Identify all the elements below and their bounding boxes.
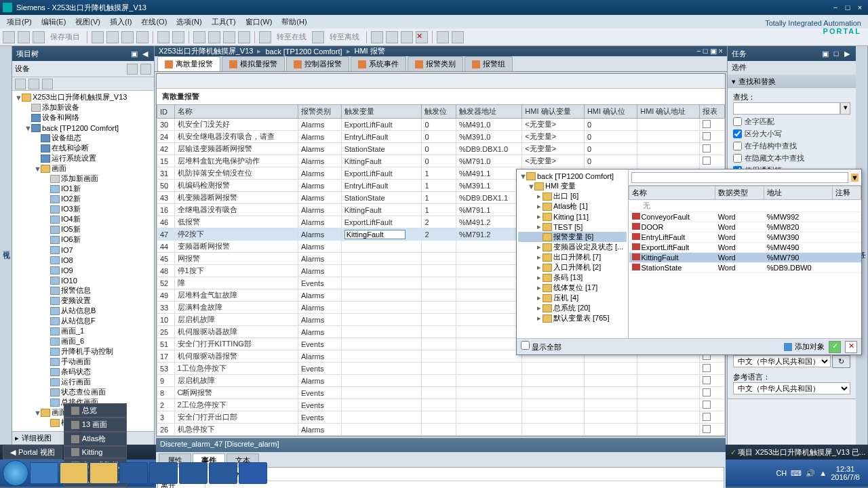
cut-icon[interactable] <box>92 31 104 43</box>
editor-tab[interactable]: 离散量报警 <box>157 56 220 71</box>
menu-item[interactable]: 编辑(E) <box>37 16 71 28</box>
panel-collapse-icon[interactable]: ◀ <box>140 49 150 58</box>
popup-tree-item[interactable]: ▸变频器设定及状态 [... <box>518 242 627 252</box>
taskbar-app-tia[interactable] <box>119 462 148 484</box>
add-object-button[interactable]: 添加对象 <box>784 342 825 352</box>
new-project-icon[interactable] <box>3 31 15 43</box>
opt-substruct[interactable]: 在子结构中查找 <box>733 141 850 151</box>
tool2-icon[interactable] <box>386 31 398 43</box>
tree-item[interactable]: IO7 <box>12 245 154 255</box>
tasks-pin-icon[interactable]: ▣ <box>821 49 830 58</box>
statusbar-item[interactable]: Atlas枪 <box>64 432 127 446</box>
split2-icon[interactable] <box>452 31 464 43</box>
goonline-icon[interactable] <box>259 31 271 43</box>
popup-tag-list[interactable]: 名称数据类型地址注释无ConveyorFaultWord%MW992DOORWo… <box>629 186 861 338</box>
popup-tree-item[interactable]: ▸Atlas枪 [1] <box>518 201 627 211</box>
menu-item[interactable]: 插入(I) <box>106 16 136 28</box>
download-icon[interactable] <box>193 31 205 43</box>
tree-item[interactable]: 设备和网络 <box>12 113 154 123</box>
tree-item[interactable]: 在线和诊断 <box>12 143 154 153</box>
tree-item[interactable]: IO1新 <box>12 184 154 194</box>
popup-tree-item[interactable]: ▸压机 [4] <box>518 293 627 303</box>
save-icon[interactable] <box>33 31 45 43</box>
menu-item[interactable]: 项目(P) <box>3 16 36 28</box>
tree-item[interactable]: 从站信息F <box>12 316 154 326</box>
tree-item[interactable]: 运行系统设置 <box>12 153 154 163</box>
editor-tab[interactable]: 系统事件 <box>351 56 406 71</box>
tree-item[interactable]: ▼画面 <box>12 163 154 174</box>
menu-item[interactable]: 帮助(H) <box>277 16 311 28</box>
editor-tab[interactable]: 模拟量报警 <box>222 56 285 71</box>
open-project-icon[interactable] <box>18 31 30 43</box>
tool-icon[interactable] <box>371 31 383 43</box>
statusbar-item[interactable]: 13 画面 <box>64 418 127 432</box>
stop-icon[interactable]: ✕ <box>416 31 428 43</box>
lang-refresh-icon[interactable]: ↻ <box>832 355 850 368</box>
tree-item[interactable]: 条码状态 <box>12 367 154 377</box>
copy-icon[interactable] <box>106 31 119 43</box>
tray-flag-icon[interactable]: ▲ <box>819 469 827 477</box>
split-icon[interactable] <box>437 31 449 43</box>
tasks-tool-icon[interactable]: □ <box>831 49 841 58</box>
compile-icon[interactable] <box>223 31 235 43</box>
popup-tree-item[interactable]: ▸TEST [5] <box>518 222 627 232</box>
panel-pin-icon[interactable]: ▣ <box>130 49 139 58</box>
maximize-button[interactable]: □ <box>842 3 853 12</box>
tree-tool2-icon[interactable] <box>140 64 151 75</box>
popup-tree[interactable]: ▼back [TP1200 Comfort]▼HMI 变量▸出口 [6]▸Atl… <box>517 169 629 338</box>
taskbar-app-5[interactable] <box>149 462 178 484</box>
clock-date[interactable]: 2016/7/8 <box>831 473 860 481</box>
taskbar-app-folder[interactable] <box>90 462 118 484</box>
tree-item[interactable]: 添加新设备 <box>12 102 154 113</box>
taskbar-app-word[interactable] <box>239 462 267 484</box>
show-all-checkbox[interactable]: 显示全部 <box>521 341 561 352</box>
editor-tab[interactable]: 报警类别 <box>408 56 463 71</box>
popup-tree-item[interactable]: ▸出口 [6] <box>518 191 627 201</box>
editor-min-icon[interactable]: − <box>696 47 701 55</box>
taskbar-app-6[interactable] <box>179 462 208 484</box>
opt-case[interactable]: 区分大小写 <box>733 129 850 139</box>
editor-tab[interactable]: 报警组 <box>465 56 513 71</box>
tree-item[interactable]: 状态查位画面 <box>12 387 154 397</box>
statusbar-item[interactable]: Kitting <box>64 446 127 458</box>
tree-item[interactable]: IO4新 <box>12 214 154 224</box>
tool3-icon[interactable] <box>401 31 413 43</box>
find-dropdown-icon[interactable]: ▾ <box>840 102 850 115</box>
tray-kb-icon[interactable]: ⌨ <box>791 469 802 478</box>
tree-item[interactable]: ▼X253出口升降机触摸屏_V13 <box>12 92 154 102</box>
taskbar-app-ie[interactable] <box>30 462 58 484</box>
tree-item[interactable]: 画面_1 <box>12 326 154 336</box>
menu-item[interactable]: 窗口(W) <box>241 16 277 28</box>
tree-item[interactable]: 设备组态 <box>12 133 154 143</box>
popup-ok-button[interactable]: ✓ <box>829 341 841 353</box>
tree-item[interactable]: IO8 <box>12 255 154 265</box>
menu-item[interactable]: 选项(N) <box>172 16 205 28</box>
popup-tree-item[interactable]: 报警变量 [6] <box>518 232 627 242</box>
editor-max-icon[interactable]: □ <box>703 47 708 55</box>
tree-item[interactable]: IO3新 <box>12 204 154 214</box>
tree-item[interactable]: 升降机手动控制 <box>12 346 154 357</box>
tree-item[interactable]: 手动画面 <box>12 357 154 367</box>
upload-icon[interactable] <box>208 31 220 43</box>
popup-search-input[interactable] <box>631 172 848 183</box>
project-tree[interactable]: ▼X253出口升降机触摸屏_V13添加新设备设备和网络▼back [TP1200… <box>12 91 154 431</box>
trigger-tag-input[interactable] <box>344 230 406 239</box>
tree-item[interactable]: 画面_6 <box>12 336 154 346</box>
menu-item[interactable]: 视图(V) <box>71 16 104 28</box>
popup-tree-item[interactable]: ▸出口升降机 [7] <box>518 252 627 262</box>
tree-item[interactable]: 从站信息B <box>12 306 154 316</box>
popup-tree-item[interactable]: ▸入口升降机 [2] <box>518 262 627 272</box>
tree-item[interactable]: 报警信息 <box>12 285 154 296</box>
tray-net-icon[interactable]: 🔊 <box>806 469 815 478</box>
popup-cancel-button[interactable]: ✕ <box>845 341 857 353</box>
tasks-collapse-icon[interactable]: ▶ <box>842 49 852 58</box>
paste-icon[interactable] <box>121 31 134 43</box>
simulate-icon[interactable] <box>238 31 250 43</box>
undo-icon[interactable] <box>157 31 170 43</box>
detail-view-label[interactable]: 详细视图 <box>22 433 52 443</box>
tree-nav1-icon[interactable] <box>15 79 26 89</box>
tree-item[interactable]: IO2新 <box>12 194 154 204</box>
tree-item[interactable]: IO9 <box>12 265 154 275</box>
tree-item[interactable]: 添加新画面 <box>12 174 154 184</box>
left-sidetab[interactable]: 可视化 <box>0 46 12 445</box>
